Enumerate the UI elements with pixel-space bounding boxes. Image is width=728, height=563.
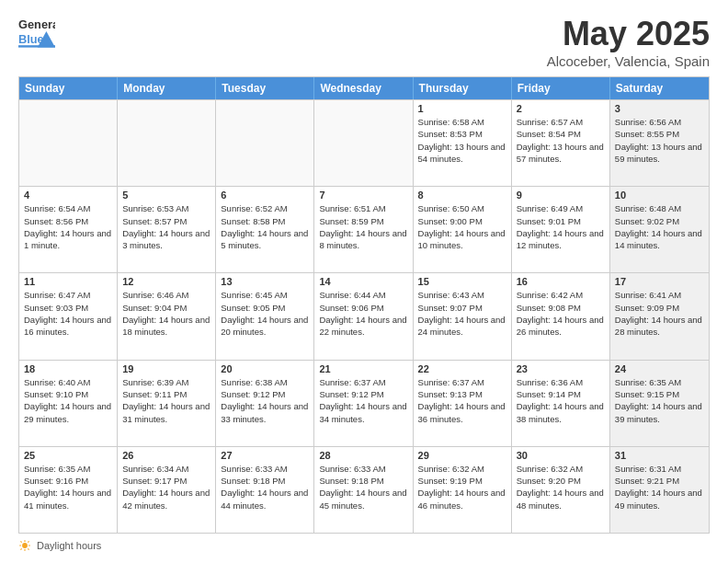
calendar-cell (216, 100, 314, 186)
day-number: 24 (615, 363, 704, 374)
day-number: 27 (221, 450, 309, 461)
day-number: 7 (319, 190, 407, 201)
month-title: May 2025 (547, 15, 710, 53)
logo-icon: General Blue (18, 15, 55, 48)
calendar-cell: 3Sunrise: 6:56 AMSunset: 8:55 PMDaylight… (610, 100, 709, 186)
calendar-cell: 28Sunrise: 6:33 AMSunset: 9:18 PMDayligh… (314, 447, 413, 533)
location: Alcoceber, Valencia, Spain (547, 53, 710, 69)
day-info: Sunrise: 6:51 AMSunset: 8:59 PMDaylight:… (319, 202, 407, 251)
day-info: Sunrise: 6:35 AMSunset: 9:15 PMDaylight:… (615, 376, 704, 425)
weekday-header: Saturday (610, 77, 709, 99)
day-info: Sunrise: 6:31 AMSunset: 9:21 PMDaylight:… (615, 463, 704, 511)
weekday-header: Friday (512, 77, 610, 99)
svg-rect-3 (18, 45, 55, 47)
calendar-cell: 8Sunrise: 6:50 AMSunset: 9:00 PMDaylight… (414, 187, 512, 272)
calendar-cell: 17Sunrise: 6:41 AMSunset: 9:09 PMDayligh… (610, 273, 709, 359)
day-number: 5 (122, 190, 210, 201)
day-number: 6 (221, 190, 309, 201)
day-info: Sunrise: 6:44 AMSunset: 9:06 PMDaylight:… (319, 289, 407, 338)
day-number: 29 (418, 450, 506, 461)
day-number: 18 (24, 363, 112, 374)
calendar-cell: 2Sunrise: 6:57 AMSunset: 8:54 PMDaylight… (512, 100, 610, 186)
day-number: 26 (122, 450, 210, 461)
day-number: 30 (517, 450, 605, 461)
day-info: Sunrise: 6:49 AMSunset: 9:01 PMDaylight:… (517, 202, 605, 251)
calendar-cell: 19Sunrise: 6:39 AMSunset: 9:11 PMDayligh… (118, 361, 216, 446)
calendar-row: 4Sunrise: 6:54 AMSunset: 8:56 PMDaylight… (19, 186, 709, 272)
day-info: Sunrise: 6:40 AMSunset: 9:10 PMDaylight:… (24, 376, 112, 425)
day-number: 28 (319, 450, 407, 461)
calendar-cell: 23Sunrise: 6:36 AMSunset: 9:14 PMDayligh… (512, 361, 610, 446)
day-info: Sunrise: 6:33 AMSunset: 9:18 PMDaylight:… (221, 463, 309, 511)
svg-text:General: General (18, 17, 55, 31)
svg-line-12 (20, 548, 21, 549)
day-info: Sunrise: 6:53 AMSunset: 8:57 PMDaylight:… (122, 202, 210, 251)
day-number: 9 (517, 190, 605, 201)
weekday-header: Monday (118, 77, 216, 99)
day-info: Sunrise: 6:48 AMSunset: 9:02 PMDaylight:… (615, 202, 704, 251)
calendar-cell: 9Sunrise: 6:49 AMSunset: 9:01 PMDaylight… (512, 187, 610, 272)
day-number: 14 (319, 276, 407, 287)
sun-icon (18, 539, 31, 552)
day-info: Sunrise: 6:58 AMSunset: 8:53 PMDaylight:… (418, 116, 506, 165)
calendar-cell: 4Sunrise: 6:54 AMSunset: 8:56 PMDaylight… (19, 187, 118, 272)
day-number: 3 (615, 103, 704, 114)
day-number: 25 (24, 450, 112, 461)
day-number: 4 (24, 190, 112, 201)
calendar-cell: 22Sunrise: 6:37 AMSunset: 9:13 PMDayligh… (414, 361, 512, 446)
calendar-header: SundayMondayTuesdayWednesdayThursdayFrid… (19, 77, 709, 99)
day-info: Sunrise: 6:56 AMSunset: 8:55 PMDaylight:… (615, 116, 704, 165)
weekday-header: Wednesday (314, 77, 413, 99)
day-info: Sunrise: 6:33 AMSunset: 9:18 PMDaylight:… (319, 463, 407, 511)
calendar-cell: 20Sunrise: 6:38 AMSunset: 9:12 PMDayligh… (216, 361, 314, 446)
calendar-cell: 12Sunrise: 6:46 AMSunset: 9:04 PMDayligh… (118, 273, 216, 359)
calendar-cell: 13Sunrise: 6:45 AMSunset: 9:05 PMDayligh… (216, 273, 314, 359)
day-info: Sunrise: 6:46 AMSunset: 9:04 PMDaylight:… (122, 289, 210, 338)
day-info: Sunrise: 6:42 AMSunset: 9:08 PMDaylight:… (517, 289, 605, 338)
calendar-cell (19, 100, 118, 186)
day-info: Sunrise: 6:45 AMSunset: 9:05 PMDaylight:… (221, 289, 309, 338)
calendar-body: 1Sunrise: 6:58 AMSunset: 8:53 PMDaylight… (19, 99, 709, 533)
calendar-cell: 7Sunrise: 6:51 AMSunset: 8:59 PMDaylight… (314, 187, 413, 272)
day-info: Sunrise: 6:34 AMSunset: 9:17 PMDaylight:… (122, 463, 210, 511)
calendar-cell: 15Sunrise: 6:43 AMSunset: 9:07 PMDayligh… (414, 273, 512, 359)
day-info: Sunrise: 6:37 AMSunset: 9:12 PMDaylight:… (319, 376, 407, 425)
day-number: 23 (517, 363, 605, 374)
day-info: Sunrise: 6:32 AMSunset: 9:20 PMDaylight:… (517, 463, 605, 511)
day-info: Sunrise: 6:43 AMSunset: 9:07 PMDaylight:… (418, 289, 506, 338)
calendar-cell (118, 100, 216, 186)
svg-line-10 (28, 548, 28, 549)
day-number: 22 (418, 363, 506, 374)
day-number: 19 (122, 363, 210, 374)
day-number: 16 (517, 276, 605, 287)
day-number: 10 (615, 190, 704, 201)
calendar-cell (314, 100, 413, 186)
daylight-label: Daylight hours (37, 540, 101, 551)
calendar-cell: 6Sunrise: 6:52 AMSunset: 8:58 PMDaylight… (216, 187, 314, 272)
day-number: 2 (517, 103, 605, 114)
day-info: Sunrise: 6:39 AMSunset: 9:11 PMDaylight:… (122, 376, 210, 425)
calendar-row: 18Sunrise: 6:40 AMSunset: 9:10 PMDayligh… (19, 360, 709, 446)
calendar-cell: 25Sunrise: 6:35 AMSunset: 9:16 PMDayligh… (19, 447, 118, 533)
calendar-cell: 31Sunrise: 6:31 AMSunset: 9:21 PMDayligh… (610, 447, 709, 533)
day-number: 12 (122, 276, 210, 287)
title-block: May 2025 Alcoceber, Valencia, Spain (547, 15, 710, 69)
day-info: Sunrise: 6:57 AMSunset: 8:54 PMDaylight:… (517, 116, 605, 165)
day-info: Sunrise: 6:38 AMSunset: 9:12 PMDaylight:… (221, 376, 309, 425)
svg-line-11 (28, 541, 28, 542)
calendar-cell: 29Sunrise: 6:32 AMSunset: 9:19 PMDayligh… (414, 447, 512, 533)
day-info: Sunrise: 6:32 AMSunset: 9:19 PMDaylight:… (418, 463, 506, 511)
day-info: Sunrise: 6:41 AMSunset: 9:09 PMDaylight:… (615, 289, 704, 338)
calendar-cell: 30Sunrise: 6:32 AMSunset: 9:20 PMDayligh… (512, 447, 610, 533)
calendar-row: 25Sunrise: 6:35 AMSunset: 9:16 PMDayligh… (19, 446, 709, 533)
day-info: Sunrise: 6:52 AMSunset: 8:58 PMDaylight:… (221, 202, 309, 251)
calendar-row: 11Sunrise: 6:47 AMSunset: 9:03 PMDayligh… (19, 272, 709, 359)
day-info: Sunrise: 6:35 AMSunset: 9:16 PMDaylight:… (24, 463, 112, 511)
day-number: 11 (24, 276, 112, 287)
calendar-cell: 11Sunrise: 6:47 AMSunset: 9:03 PMDayligh… (19, 273, 118, 359)
svg-line-9 (20, 541, 21, 542)
calendar-cell: 1Sunrise: 6:58 AMSunset: 8:53 PMDaylight… (414, 100, 512, 186)
calendar-row: 1Sunrise: 6:58 AMSunset: 8:53 PMDaylight… (19, 99, 709, 186)
weekday-header: Thursday (414, 77, 512, 99)
day-info: Sunrise: 6:47 AMSunset: 9:03 PMDaylight:… (24, 289, 112, 338)
